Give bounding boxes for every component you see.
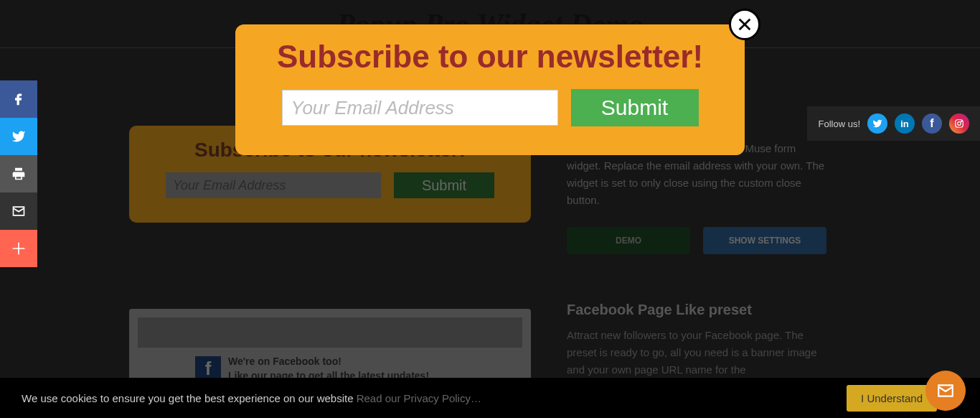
follow-us-bar: Follow us! in f <box>807 106 980 141</box>
twitter-icon <box>872 119 882 129</box>
social-share-sidebar <box>0 80 37 267</box>
instagram-icon <box>954 119 964 129</box>
email-icon <box>11 204 26 218</box>
plus-icon <box>11 241 26 256</box>
follow-label: Follow us! <box>818 119 860 129</box>
facebook-icon <box>11 92 26 106</box>
twitter-icon <box>11 129 26 144</box>
cookie-banner: We use cookies to ensure you get the bes… <box>0 378 980 418</box>
share-email-button[interactable] <box>0 192 37 230</box>
share-twitter-button[interactable] <box>0 118 37 155</box>
close-icon <box>737 17 753 32</box>
share-more-button[interactable] <box>0 230 37 267</box>
svg-point-3 <box>958 122 961 126</box>
envelope-icon <box>936 381 955 400</box>
close-button[interactable] <box>729 9 760 40</box>
linkedin-icon: in <box>900 119 909 129</box>
follow-twitter-button[interactable] <box>867 113 887 134</box>
facebook-icon: f <box>930 117 933 130</box>
share-facebook-button[interactable] <box>0 80 37 118</box>
popup-form: Submit <box>257 89 723 126</box>
follow-facebook-button[interactable]: f <box>922 113 942 134</box>
cookie-text: We use cookies to ensure you get the bes… <box>22 392 481 404</box>
svg-point-4 <box>961 121 962 121</box>
submit-button[interactable]: Submit <box>571 89 699 126</box>
privacy-policy-link[interactable]: Read our Privacy Policy… <box>357 392 481 404</box>
popup-title: Subscribe to our newsletter! <box>257 39 723 75</box>
print-icon <box>11 167 26 181</box>
follow-linkedin-button[interactable]: in <box>895 113 915 134</box>
follow-instagram-button[interactable] <box>949 113 969 134</box>
share-print-button[interactable] <box>0 155 37 192</box>
newsletter-popup: Subscribe to our newsletter! Submit <box>235 24 745 155</box>
email-input[interactable] <box>282 90 558 126</box>
chat-button[interactable] <box>925 371 966 411</box>
cookie-accept-button[interactable]: I Understand <box>847 385 937 412</box>
